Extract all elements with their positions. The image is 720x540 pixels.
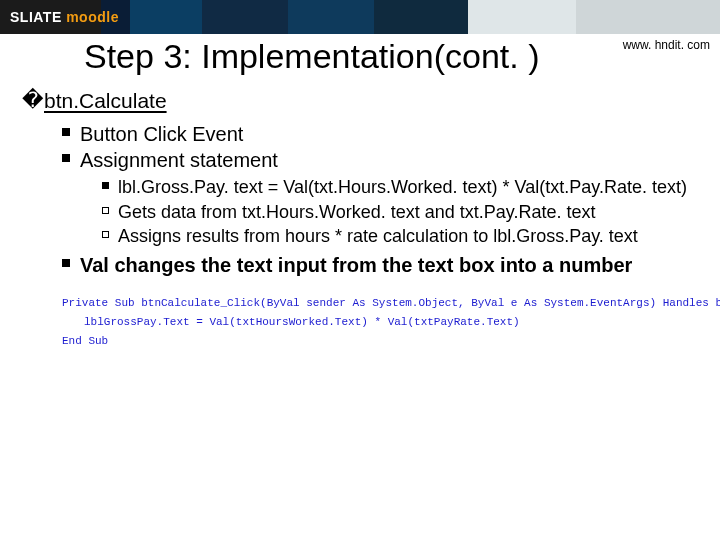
sub-bullet-text: lbl.Gross.Pay. text = Val(txt.Hours.Work… [118,177,687,197]
code-snippet: Private Sub btnCalculate_Click(ByVal sen… [54,288,694,354]
sub-bullet-item: Gets data from txt.Hours.Worked. text an… [102,200,698,224]
sub-bullet-item: lbl.Gross.Pay. text = Val(txt.Hours.Work… [102,175,698,199]
sub-bullet-list: lbl.Gross.Pay. text = Val(txt.Hours.Work… [102,175,698,248]
bullet-text: Assignment statement [80,149,278,171]
site-url: www. hndit. com [623,38,710,52]
header-banner: SLIATE moodle [0,0,720,34]
sub-bullet-item: Assigns results from hours * rate calcul… [102,224,698,248]
bullet-text: Button Click Event [80,123,243,145]
slide-title: Step 3: Implementation(cont. ) [0,34,720,75]
slide-body: btn.Calculate Button Click Event Assignm… [0,75,720,354]
section-heading: btn.Calculate [22,89,698,113]
brand-part1: SLIATE [10,9,62,25]
brand-part2: moodle [66,9,119,25]
bullet-item: Button Click Event [62,121,698,147]
sub-bullet-text: Assigns results from hours * rate calcul… [118,226,638,246]
code-line: lblGrossPay.Text = Val(txtHoursWorked.Te… [62,313,686,332]
code-line: End Sub [62,332,686,351]
bullet-emphasis: Val [80,254,109,276]
brand-logo: SLIATE moodle [10,9,119,25]
bullet-item: Assignment statement lbl.Gross.Pay. text… [62,147,698,248]
bullet-item: Val changes the text input from the text… [62,252,698,278]
bullet-list: Button Click Event Assignment statement … [62,121,698,278]
bullet-text: changes the text input from the text box… [109,254,632,276]
code-line: Private Sub btnCalculate_Click(ByVal sen… [62,294,686,313]
sub-bullet-text: Gets data from txt.Hours.Worked. text an… [118,202,596,222]
